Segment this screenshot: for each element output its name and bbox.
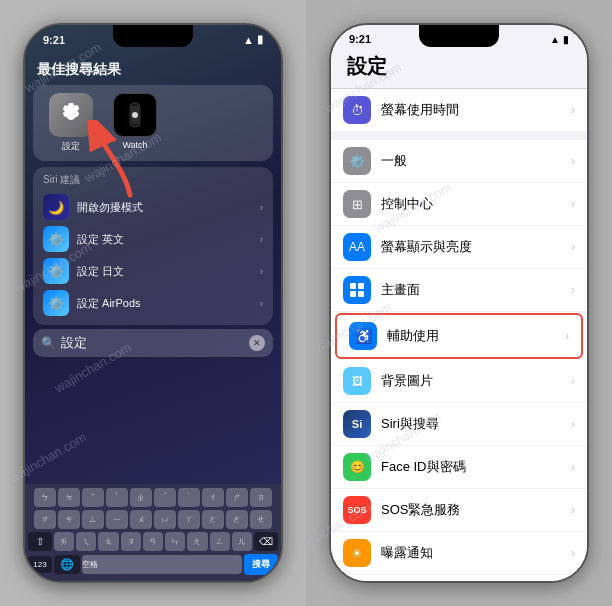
sos-icon: SOS — [343, 496, 371, 524]
search-header: 最佳搜尋結果 — [33, 57, 273, 85]
siri-item-2[interactable]: ⚙️ 設定 日文 › — [43, 255, 263, 287]
kb-key-ao[interactable]: ㄠ — [98, 532, 118, 551]
screen-time-chevron: › — [571, 103, 575, 117]
right-status-icons: ▲ ▮ — [550, 34, 569, 45]
control-center-chevron: › — [571, 197, 575, 211]
search-input-text: 設定 — [61, 334, 249, 352]
kb-key-v[interactable]: ˇ — [82, 488, 104, 507]
kb-key-ei[interactable]: ㄟ — [76, 532, 96, 551]
watch-app-label: Watch — [122, 140, 147, 150]
kb-delete[interactable]: ⌫ — [254, 532, 278, 551]
left-notch — [113, 25, 193, 47]
kb-key-eh[interactable]: ㄝ — [250, 510, 272, 529]
settings-item-general[interactable]: ⚙️ 一般 › — [331, 140, 587, 183]
kb-row-2: ㄗ ㄘ ㄙ ㄧ ㄨ ㄩ ㄚ ㄛ ㄜ ㄝ — [28, 510, 278, 529]
kb-key-ch[interactable]: ㄔ — [202, 488, 224, 507]
watch-app-icon — [113, 93, 157, 137]
exposure-chevron: › — [571, 546, 575, 560]
moon-icon: 🌙 — [43, 194, 69, 220]
kb-globe-button[interactable]: 🌐 — [54, 555, 80, 574]
kb-key-er[interactable]: ㄦ — [232, 532, 252, 551]
settings-item-homescreen[interactable]: 主畫面 › — [331, 269, 587, 312]
kb-key-ai[interactable]: ㄞ — [54, 532, 74, 551]
siri-item-1-arrow: › — [260, 234, 263, 245]
right-phone-screen: 9:21 ▲ ▮ 設定 ⏱ — [331, 25, 587, 581]
general-chevron: › — [571, 154, 575, 168]
settings-app-item[interactable]: 設定 — [49, 93, 93, 153]
settings-item-exposure[interactable]: ☀ 曝露通知 › — [331, 532, 587, 575]
wallpaper-label: 背景圖片 — [381, 372, 571, 390]
siri-item-3[interactable]: ⚙️ 設定 AirPods › — [43, 287, 263, 319]
left-phone-screen: 9:21 ▲ ▮ 最佳搜尋結果 — [25, 25, 281, 581]
settings-title-text: 設定 — [347, 55, 387, 77]
kb-123[interactable]: 123 — [28, 556, 52, 573]
settings-app-label: 設定 — [62, 140, 80, 153]
kb-key-zh[interactable]: ㄓ — [130, 488, 152, 507]
kb-key-ang[interactable]: ㄤ — [187, 532, 207, 551]
kb-key-e[interactable]: ㄜ — [226, 510, 248, 529]
search-clear-button[interactable]: ✕ — [249, 335, 265, 351]
right-phone-body: 9:21 ▲ ▮ 設定 ⏱ — [329, 23, 589, 583]
kb-key-ou[interactable]: ㄡ — [121, 532, 141, 551]
wallpaper-chevron: › — [571, 374, 575, 388]
settings-item-battery[interactable]: 🔋 電池 › — [331, 575, 587, 581]
right-time: 9:21 — [349, 33, 371, 45]
siri-item-2-text: 設定 日文 — [77, 264, 124, 279]
kb-key-o[interactable]: ㄛ — [202, 510, 224, 529]
kb-row-1: ㄅ ㄉ ˇ ˋ ㄓ ˊ ˙ ㄔ ㄕ ㄖ — [28, 488, 278, 507]
settings-item-siri[interactable]: Si Siri與搜尋 › — [331, 403, 587, 446]
kb-key-u[interactable]: ㄨ — [130, 510, 152, 529]
watch-app-item[interactable]: Watch — [113, 93, 157, 153]
homescreen-label: 主畫面 — [381, 281, 571, 299]
battery-icon: ▮ — [257, 33, 263, 46]
siri-item-0-arrow: › — [260, 202, 263, 213]
kb-key-r[interactable]: ㄖ — [250, 488, 272, 507]
right-phone: 9:21 ▲ ▮ 設定 ⏱ — [306, 0, 612, 606]
kb-key-a[interactable]: ㄚ — [178, 510, 200, 529]
display-icon: AA — [343, 233, 371, 261]
siri-item-3-text: 設定 AirPods — [77, 296, 141, 311]
kb-key-eng[interactable]: ㄥ — [210, 532, 230, 551]
kb-space[interactable]: 空格 — [82, 555, 242, 574]
faceid-label: Face ID與密碼 — [381, 458, 571, 476]
kb-key-2[interactable]: ˊ — [154, 488, 176, 507]
faceid-chevron: › — [571, 460, 575, 474]
kb-key-s[interactable]: ㄙ — [82, 510, 104, 529]
general-icon: ⚙️ — [343, 147, 371, 175]
search-bar[interactable]: 🔍 設定 ✕ — [33, 329, 273, 357]
kb-key-c[interactable]: ㄘ — [58, 510, 80, 529]
kb-key-dot[interactable]: ˙ — [178, 488, 200, 507]
kb-key-z[interactable]: ㄗ — [34, 510, 56, 529]
kb-key-d[interactable]: ㄉ — [58, 488, 80, 507]
settings-item-faceid[interactable]: 😊 Face ID與密碼 › — [331, 446, 587, 489]
siri-item-1[interactable]: ⚙️ 設定 英文 › — [43, 223, 263, 255]
svg-rect-6 — [350, 291, 356, 297]
kb-key-yu[interactable]: ㄩ — [154, 510, 176, 529]
kb-key-an[interactable]: ㄢ — [143, 532, 163, 551]
kb-key-i[interactable]: ㄧ — [106, 510, 128, 529]
kb-key-en[interactable]: ㄣ — [165, 532, 185, 551]
kb-shift[interactable]: ⇧ — [28, 532, 52, 551]
siri-item-2-arrow: › — [260, 266, 263, 277]
settings-item-control-center[interactable]: ⊞ 控制中心 › — [331, 183, 587, 226]
kb-key-b[interactable]: ㄅ — [34, 488, 56, 507]
left-phone: 9:21 ▲ ▮ 最佳搜尋結果 — [0, 0, 306, 606]
siri-item-0[interactable]: 🌙 開啟勿擾模式 › — [43, 191, 263, 223]
kb-search[interactable]: 搜尋 — [244, 554, 278, 575]
settings-item-screen-time[interactable]: ⏱ 螢幕使用時間 › — [331, 89, 587, 132]
kb-key-4[interactable]: ˋ — [106, 488, 128, 507]
top-results: 設定 W — [33, 85, 273, 161]
general-label: 一般 — [381, 152, 571, 170]
display-chevron: › — [571, 240, 575, 254]
sos-chevron: › — [571, 503, 575, 517]
settings-item-sos[interactable]: SOS SOS緊急服務 › — [331, 489, 587, 532]
screen-time-label: 螢幕使用時間 — [381, 101, 571, 119]
settings-item-display[interactable]: AA 螢幕顯示與亮度 › — [331, 226, 587, 269]
kb-key-sh[interactable]: ㄕ — [226, 488, 248, 507]
svg-rect-4 — [350, 283, 356, 289]
control-center-icon: ⊞ — [343, 190, 371, 218]
settings-item-accessibility[interactable]: ♿ 輔助使用 › — [335, 313, 583, 359]
display-label: 螢幕顯示與亮度 — [381, 238, 571, 256]
top-results-icons: 設定 W — [41, 93, 265, 153]
settings-item-wallpaper[interactable]: 🖼 背景圖片 › — [331, 360, 587, 403]
